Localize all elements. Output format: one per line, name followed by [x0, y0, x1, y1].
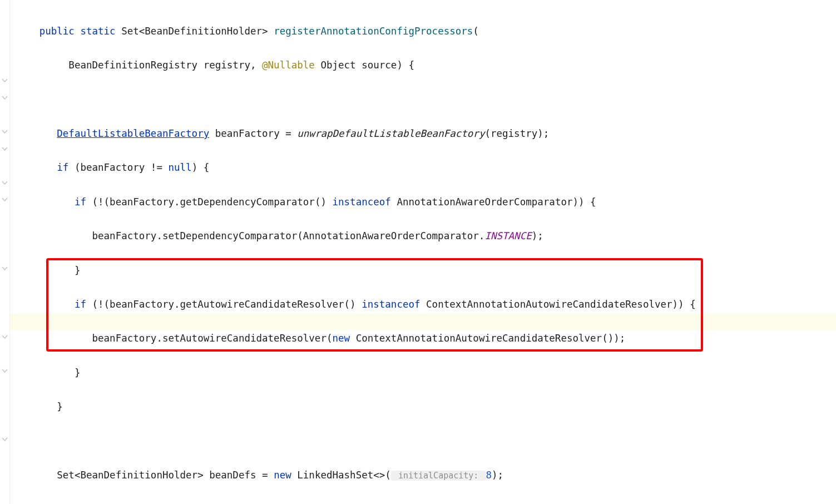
literal-8: 8 [486, 470, 492, 481]
cond-2b: AnnotationAwareOrderComparator)) { [397, 196, 596, 207]
ctor-contextresolver: ContextAnnotationAutowireCandidateResolv… [356, 333, 626, 344]
fold-marker-icon[interactable] [1, 77, 8, 84]
type-link-defaultlistablebeanfactory[interactable]: DefaultListableBeanFactory [57, 128, 209, 139]
ctor-linkedhashset: LinkedHashSet<>( [297, 470, 391, 481]
keyword-new: new [274, 470, 297, 481]
semi: ); [492, 470, 503, 481]
fold-marker-icon[interactable] [1, 333, 8, 340]
fold-gutter [0, 0, 10, 504]
fold-marker-icon[interactable] [1, 367, 8, 374]
var-beanfactory: beanFactory = [209, 128, 297, 139]
call-setdepcmp: beanFactory.setDependencyComparator(Anno… [10, 230, 484, 241]
cond-2a: (!(beanFactory.getDependencyComparator() [92, 196, 333, 207]
brace-close: } [10, 401, 63, 412]
param-registry: BeanDefinitionRegistry registry, [10, 60, 262, 71]
keyword-instanceof: instanceof [362, 299, 426, 310]
decl-beandefs: Set<BeanDefinitionHolder> beanDefs = [10, 470, 274, 481]
keyword-if: if [10, 196, 92, 207]
keyword-if: if [10, 299, 92, 310]
cond-1: (beanFactory != [75, 162, 169, 173]
fold-marker-icon[interactable] [1, 265, 8, 272]
type-set: Set<BeanDefinitionHolder> [121, 26, 274, 37]
param-hint-initialcapacity: initialCapacity: [391, 471, 486, 481]
fold-marker-icon[interactable] [1, 196, 8, 203]
method-name-decl: registerAnnotationConfigProcessors [274, 26, 473, 37]
fold-marker-icon[interactable] [1, 436, 8, 443]
cond-close: ) { [192, 162, 210, 173]
brace-close: } [10, 367, 80, 378]
fold-marker-icon[interactable] [1, 145, 8, 152]
keyword-null: null [168, 162, 191, 173]
call-setautowire: beanFactory.setAutowireCandidateResolver… [10, 333, 332, 344]
code-block[interactable]: public static Set<BeanDefinitionHolder> … [10, 6, 696, 504]
cond-3a: (!(beanFactory.getAutowireCandidateResol… [92, 299, 362, 310]
brace-close: } [10, 265, 80, 276]
keyword-new: new [332, 333, 355, 344]
keyword-if: if [10, 162, 75, 173]
keyword-instanceof: instanceof [333, 196, 397, 207]
call-unwrapdefault: unwrapDefaultListableBeanFactory [297, 128, 484, 139]
fold-marker-icon[interactable] [1, 94, 8, 101]
semi: ); [532, 230, 543, 241]
fold-marker-icon[interactable] [1, 179, 8, 186]
param-source: Object source) { [315, 60, 414, 71]
code-editor[interactable]: public static Set<BeanDefinitionHolder> … [0, 0, 836, 504]
cond-3b: ContextAnnotationAutowireCandidateResolv… [426, 299, 696, 310]
keyword-public: public static [10, 26, 121, 37]
fold-marker-icon[interactable] [1, 128, 8, 135]
const-instance: INSTANCE [484, 230, 531, 241]
paren: ( [473, 26, 479, 37]
call-arg: (registry); [484, 128, 549, 139]
annotation-nullable: @Nullable [262, 60, 315, 71]
indent [10, 128, 57, 139]
